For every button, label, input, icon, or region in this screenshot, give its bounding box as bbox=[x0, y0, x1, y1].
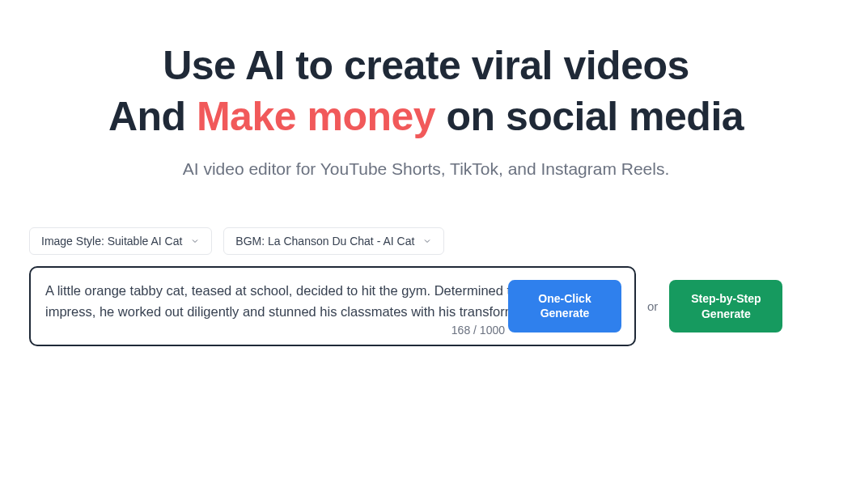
step-by-step-generate-button[interactable]: Step-by-Step Generate bbox=[669, 280, 782, 333]
headline-highlight: Make money bbox=[197, 94, 435, 139]
prompt-box: A little orange tabby cat, teased at sch… bbox=[29, 266, 636, 346]
headline-line1: Use AI to create viral videos bbox=[163, 43, 689, 88]
dropdown-row: Image Style: Suitable AI Cat BGM: La Cha… bbox=[0, 227, 852, 255]
one-click-generate-button[interactable]: One-Click Generate bbox=[508, 280, 621, 333]
or-separator: or bbox=[647, 299, 658, 313]
char-count: 168 / 1000 bbox=[451, 324, 505, 337]
page-subtitle: AI video editor for YouTube Shorts, TikT… bbox=[0, 159, 852, 179]
bgm-label: BGM: La Chanson Du Chat - AI Cat bbox=[235, 235, 414, 248]
headline-line2-prefix: And bbox=[108, 94, 197, 139]
headline-line2-suffix: on social media bbox=[435, 94, 744, 139]
chevron-down-icon bbox=[422, 236, 432, 246]
image-style-dropdown[interactable]: Image Style: Suitable AI Cat bbox=[29, 227, 212, 255]
bgm-dropdown[interactable]: BGM: La Chanson Du Chat - AI Cat bbox=[223, 227, 444, 255]
image-style-label: Image Style: Suitable AI Cat bbox=[41, 235, 182, 248]
prompt-input[interactable]: A little orange tabby cat, teased at sch… bbox=[45, 281, 551, 322]
input-row: A little orange tabby cat, teased at sch… bbox=[0, 266, 852, 346]
page-headline: Use AI to create viral videos And Make m… bbox=[0, 40, 852, 142]
chevron-down-icon bbox=[190, 236, 200, 246]
